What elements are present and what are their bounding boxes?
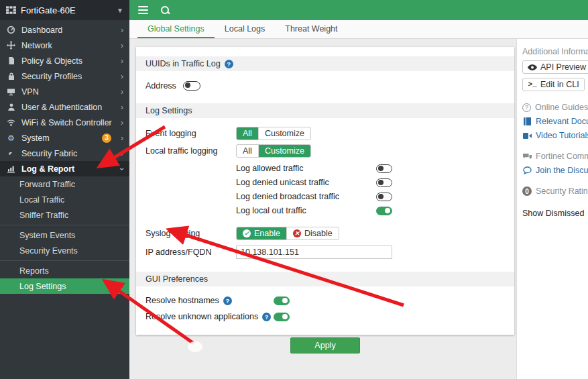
sidebar-item-policy-objects[interactable]: Policy & Objects ›	[0, 53, 129, 68]
sidebar-item-label: Security Profiles	[21, 72, 82, 81]
api-preview-label: API Preview	[540, 62, 586, 72]
hamburger-menu-icon[interactable]	[138, 6, 148, 14]
edit-in-cli-label: Edit in CLI	[540, 80, 579, 89]
sidebar-item-label: Network	[21, 41, 52, 50]
link-label: Relevant Docu	[536, 117, 588, 126]
search-icon[interactable]	[160, 5, 170, 15]
show-dismissed-button[interactable]: Show Dismissed	[522, 209, 588, 218]
resolve-unknown-apps-row: Resolve unknown applications ?	[136, 312, 514, 321]
section-title: Log Settings	[145, 106, 192, 115]
resolve-hostnames-label: Resolve hostnames	[145, 296, 219, 305]
sidebar-item-security-fabric[interactable]: ◐ Security Fabric ›	[0, 146, 129, 161]
right-panel: Additional Informat API Preview >_ Edit …	[516, 39, 588, 379]
video-tutorials-link[interactable]: Video Tutorials	[522, 131, 588, 140]
submenu-divider	[0, 225, 129, 225]
check-circle-icon: ✓	[243, 229, 251, 237]
question-circle-icon: ?	[522, 103, 531, 112]
event-logging-all-button[interactable]: All	[237, 127, 258, 140]
device-caret-icon: ▼	[117, 7, 123, 14]
sidebar-item-system[interactable]: ⚙ System 3 ›	[0, 130, 129, 146]
fortigate-logo-icon	[6, 6, 16, 14]
chevron-right-icon: ›	[121, 88, 123, 96]
event-logging-customize-button[interactable]: Customize	[258, 127, 310, 140]
apply-row: Apply	[136, 337, 514, 354]
apply-button[interactable]: Apply	[290, 337, 359, 354]
event-logging-segmented: All Customize	[236, 127, 311, 140]
device-selector[interactable]: FortiGate-60E ▼	[0, 0, 129, 20]
sidebar-item-label: Policy & Objects	[21, 56, 82, 66]
api-preview-button[interactable]: API Preview	[522, 60, 588, 74]
tab-local-logs[interactable]: Local Logs	[215, 20, 275, 38]
local-traffic-customize-button[interactable]: Customize	[258, 145, 310, 157]
tab-threat-weight[interactable]: Threat Weight	[275, 20, 347, 38]
enable-label: Enable	[254, 229, 280, 238]
syslog-logging-row: Syslog logging ✓Enable ✕Disable	[136, 227, 514, 240]
sidebar-item-sniffer-traffic[interactable]: Sniffer Traffic	[0, 207, 129, 223]
sidebar-item-dashboard[interactable]: Dashboard ›	[0, 22, 129, 38]
log-denied-unicast-toggle[interactable]	[376, 178, 392, 187]
security-rating-group: 0 Security Rating	[522, 186, 588, 196]
sidebar-item-security-events[interactable]: Security Events	[0, 243, 129, 258]
sidebar-item-label: Log Settings	[19, 282, 66, 291]
chevron-right-icon: ›	[121, 72, 123, 80]
help-icon[interactable]: ?	[223, 296, 232, 305]
syslog-disable-button[interactable]: ✕Disable	[286, 227, 339, 239]
device-name: FortiGate-60E	[21, 5, 76, 15]
address-row: Address	[136, 81, 514, 91]
log-denied-broadcast-row: Log denied broadcast traffic	[236, 192, 392, 201]
relevant-documentation-link[interactable]: Relevant Docu	[522, 117, 588, 126]
ip-fqdn-input[interactable]	[236, 246, 392, 259]
sidebar-item-vpn[interactable]: VPN ›	[0, 84, 129, 99]
tab-label: Threat Weight	[285, 24, 337, 34]
chevron-right-icon: ›	[121, 150, 123, 158]
user-icon	[6, 103, 16, 111]
sidebar-item-label: Dashboard	[21, 25, 62, 35]
sidebar-item-system-events[interactable]: System Events	[0, 227, 129, 243]
local-traffic-all-button[interactable]: All	[237, 145, 258, 157]
log-denied-broadcast-toggle[interactable]	[376, 193, 392, 201]
sidebar-item-wifi-switch-controller[interactable]: WiFi & Switch Controller ›	[0, 115, 129, 130]
chevron-down-icon: ›	[118, 168, 126, 170]
sidebar-item-local-traffic[interactable]: Local Traffic	[0, 192, 129, 207]
sidebar-item-label: Security Fabric	[21, 149, 77, 158]
tab-global-settings[interactable]: Global Settings	[137, 20, 215, 38]
sidebar-item-label: VPN	[21, 87, 39, 97]
log-allowed-traffic-row: Log allowed traffic	[236, 164, 392, 173]
sidebar-item-reports[interactable]: Reports	[0, 263, 129, 278]
ip-fqdn-label: IP address/FQDN	[145, 248, 236, 257]
address-toggle[interactable]	[183, 81, 200, 91]
event-logging-label: Event logging	[145, 129, 236, 138]
link-label: Video Tutorials	[536, 131, 588, 140]
syslog-enable-button[interactable]: ✓Enable	[237, 227, 286, 239]
local-traffic-logging-row: Local traffic logging All Customize	[136, 144, 514, 158]
sidebar-item-log-settings[interactable]: Log Settings ☆	[0, 278, 129, 294]
rating-badge: 0	[522, 186, 532, 196]
help-icon[interactable]: ?	[225, 60, 233, 68]
tab-label: Global Settings	[148, 24, 204, 34]
sidebar-item-log-report[interactable]: Log & Report ›	[0, 161, 129, 176]
log-local-out-toggle[interactable]	[376, 207, 392, 215]
edit-in-cli-button[interactable]: >_ Edit in CLI	[522, 78, 585, 91]
sidebar-item-label: System	[21, 133, 50, 143]
toggle-label: Log denied unicast traffic	[236, 178, 329, 187]
chevron-right-icon: ›	[121, 134, 123, 142]
syslog-logging-label: Syslog logging	[145, 229, 236, 238]
sidebar-item-user-authentication[interactable]: User & Authentication ›	[0, 99, 129, 115]
fortinet-community-group: Fortinet Comm	[522, 152, 588, 161]
favorite-star-icon[interactable]: ☆	[115, 281, 123, 291]
main-content: UUIDs in Traffic Log ? Address Log Setti…	[129, 39, 516, 379]
chevron-right-icon: ›	[121, 119, 123, 127]
sidebar-item-security-profiles[interactable]: Security Profiles ›	[0, 68, 129, 84]
resolve-hostnames-toggle[interactable]	[274, 296, 290, 305]
sidebar-item-network[interactable]: Network ›	[0, 38, 129, 53]
sidebar-item-forward-traffic[interactable]: Forward Traffic	[0, 176, 129, 192]
log-local-out-row: Log local out traffic	[236, 206, 392, 215]
traffic-toggle-list: Log allowed traffic Log denied unicast t…	[236, 164, 514, 215]
log-allowed-traffic-toggle[interactable]	[376, 164, 392, 173]
help-icon[interactable]: ?	[262, 313, 271, 321]
bar-chart-icon	[6, 165, 16, 173]
main-menu: Dashboard › Network › Policy & Objects ›…	[0, 20, 129, 294]
left-sidebar: FortiGate-60E ▼ Dashboard › Network › Po…	[0, 0, 129, 379]
resolve-unknown-apps-toggle[interactable]	[274, 313, 290, 321]
join-discussion-link[interactable]: Join the Discus	[522, 166, 588, 175]
